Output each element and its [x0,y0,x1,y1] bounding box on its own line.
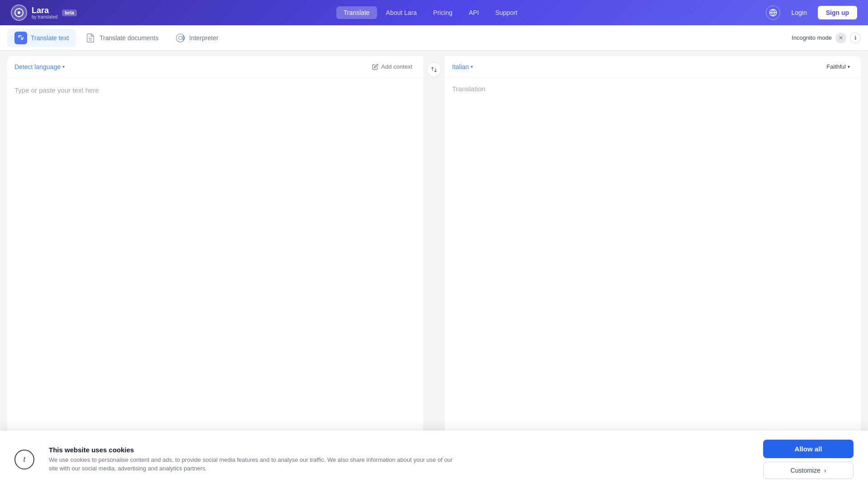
add-context-button[interactable]: Add context [368,61,416,72]
logo-text: Lara by translated [32,6,57,19]
nav-item-pricing[interactable]: Pricing [426,6,460,19]
cookie-description: We use cookies to personalise content an… [49,455,456,473]
source-panel: Detect language ▾ Add context [7,56,423,483]
header: Lara by translated beta Translate About … [0,0,868,25]
tab-translate-docs-label: Translate documents [99,34,158,42]
pencil-icon [372,64,378,70]
target-language-selector[interactable]: Italian ▾ [452,63,473,70]
nav-item-translate[interactable]: Translate [336,6,377,19]
tab-interpreter-label: Interpreter [189,34,219,42]
tab-interpreter[interactable]: Interpreter [168,29,226,47]
nav-item-support[interactable]: Support [488,6,524,19]
cookie-title: This website uses cookies [49,446,749,454]
language-globe-button[interactable] [766,5,780,20]
tabs-right: Incognito mode ✕ ℹ [792,33,861,43]
customize-button[interactable]: Customize › [763,462,854,479]
globe-icon [769,9,777,17]
translation-mode-label: Faithful [826,63,846,70]
translation-mode-button[interactable]: Faithful ▾ [823,61,854,72]
tab-translate-text[interactable]: Translate text [7,29,76,47]
beta-badge: beta [62,9,77,16]
interpreter-icon [175,33,186,43]
nav-item-about[interactable]: About Lara [379,6,425,19]
customize-label: Customize [791,467,821,474]
incognito-close-button[interactable]: ✕ [835,33,846,43]
source-panel-body [7,78,423,483]
translate-text-icon [14,32,27,44]
logo-icon [11,5,27,21]
detect-language-chevron: ▾ [62,64,65,69]
info-button[interactable]: ℹ [850,33,861,43]
customize-chevron-icon: › [824,467,826,474]
target-language-chevron: ▾ [471,64,473,69]
logo-area: Lara by translated beta [11,5,77,21]
swap-languages-button[interactable] [427,62,441,77]
incognito-label: Incognito mode [792,34,832,41]
cookie-text-area: This website uses cookies We use cookies… [49,446,749,473]
translation-placeholder: Translation [452,85,486,93]
svg-point-5 [179,36,182,40]
tabs-bar: Translate text Translate documents Inter… [0,25,868,51]
login-button[interactable]: Login [786,6,812,19]
logo-name: Lara [32,6,57,14]
detect-language-label: Detect language [14,63,61,70]
translate-docs-icon [85,33,96,43]
target-panel-header: Italian ▾ Faithful ▾ [445,56,861,78]
signup-button[interactable]: Sign up [818,6,857,19]
swap-area [423,56,445,483]
source-panel-header: Detect language ▾ Add context [7,56,423,78]
swap-icon [430,66,438,73]
nav-item-api[interactable]: API [462,6,486,19]
source-text-input[interactable] [14,85,416,475]
cookie-logo-icon: t [14,450,34,469]
allow-all-button[interactable]: Allow all [763,440,854,458]
translation-panels: Detect language ▾ Add context It [0,51,868,488]
detect-language-selector[interactable]: Detect language ▾ [14,63,65,70]
tab-translate-docs[interactable]: Translate documents [78,29,165,47]
cookie-banner: t This website uses cookies We use cooki… [0,431,868,488]
translation-mode-chevron: ▾ [848,64,850,69]
target-language-label: Italian [452,63,469,70]
main-nav: Translate About Lara Pricing API Support [95,6,766,19]
target-panel-body: Translation [445,78,861,483]
cookie-actions: Allow all Customize › [763,440,854,479]
tab-translate-text-label: Translate text [31,34,69,42]
add-context-label: Add context [381,63,412,70]
target-panel: Italian ▾ Faithful ▾ Translation [445,56,861,483]
header-right: Login Sign up [766,5,857,20]
logo-sub: by translated [32,14,57,19]
